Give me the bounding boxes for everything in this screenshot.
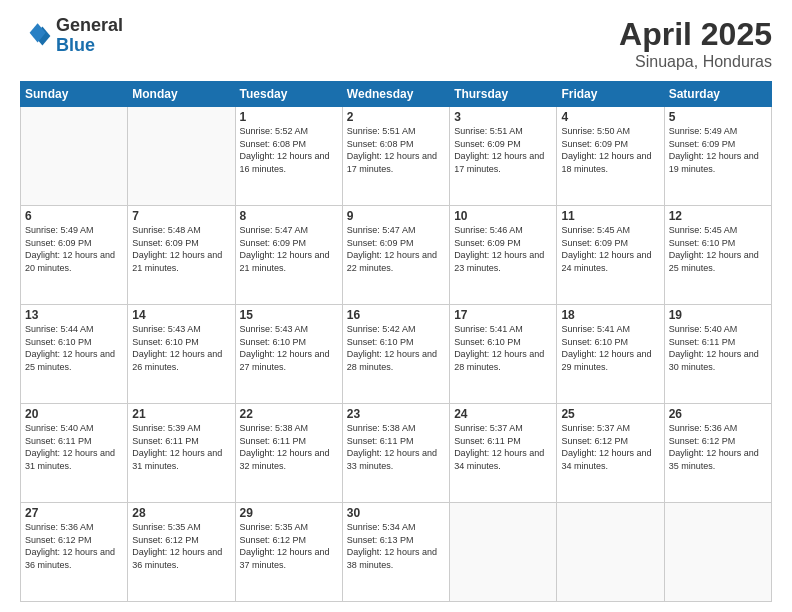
page: General Blue April 2025 Sinuapa, Hondura… <box>0 0 792 612</box>
table-row: 21Sunrise: 5:39 AM Sunset: 6:11 PM Dayli… <box>128 404 235 503</box>
table-row: 5Sunrise: 5:49 AM Sunset: 6:09 PM Daylig… <box>664 107 771 206</box>
header-monday: Monday <box>128 82 235 107</box>
day-number: 11 <box>561 209 659 223</box>
calendar-week-row: 13Sunrise: 5:44 AM Sunset: 6:10 PM Dayli… <box>21 305 772 404</box>
day-info: Sunrise: 5:45 AM Sunset: 6:09 PM Dayligh… <box>561 224 659 274</box>
table-row: 23Sunrise: 5:38 AM Sunset: 6:11 PM Dayli… <box>342 404 449 503</box>
day-info: Sunrise: 5:42 AM Sunset: 6:10 PM Dayligh… <box>347 323 445 373</box>
table-row: 1Sunrise: 5:52 AM Sunset: 6:08 PM Daylig… <box>235 107 342 206</box>
header-friday: Friday <box>557 82 664 107</box>
header-wednesday: Wednesday <box>342 82 449 107</box>
table-row: 18Sunrise: 5:41 AM Sunset: 6:10 PM Dayli… <box>557 305 664 404</box>
table-row: 7Sunrise: 5:48 AM Sunset: 6:09 PM Daylig… <box>128 206 235 305</box>
table-row: 8Sunrise: 5:47 AM Sunset: 6:09 PM Daylig… <box>235 206 342 305</box>
header: General Blue April 2025 Sinuapa, Hondura… <box>20 16 772 71</box>
table-row <box>450 503 557 602</box>
day-number: 23 <box>347 407 445 421</box>
day-number: 1 <box>240 110 338 124</box>
day-number: 19 <box>669 308 767 322</box>
day-number: 21 <box>132 407 230 421</box>
day-info: Sunrise: 5:37 AM Sunset: 6:12 PM Dayligh… <box>561 422 659 472</box>
table-row: 11Sunrise: 5:45 AM Sunset: 6:09 PM Dayli… <box>557 206 664 305</box>
day-info: Sunrise: 5:47 AM Sunset: 6:09 PM Dayligh… <box>347 224 445 274</box>
day-number: 5 <box>669 110 767 124</box>
day-info: Sunrise: 5:40 AM Sunset: 6:11 PM Dayligh… <box>669 323 767 373</box>
day-info: Sunrise: 5:44 AM Sunset: 6:10 PM Dayligh… <box>25 323 123 373</box>
day-number: 4 <box>561 110 659 124</box>
day-info: Sunrise: 5:36 AM Sunset: 6:12 PM Dayligh… <box>25 521 123 571</box>
calendar-header-row: Sunday Monday Tuesday Wednesday Thursday… <box>21 82 772 107</box>
table-row: 10Sunrise: 5:46 AM Sunset: 6:09 PM Dayli… <box>450 206 557 305</box>
day-info: Sunrise: 5:37 AM Sunset: 6:11 PM Dayligh… <box>454 422 552 472</box>
day-number: 8 <box>240 209 338 223</box>
calendar-week-row: 27Sunrise: 5:36 AM Sunset: 6:12 PM Dayli… <box>21 503 772 602</box>
table-row: 2Sunrise: 5:51 AM Sunset: 6:08 PM Daylig… <box>342 107 449 206</box>
table-row: 30Sunrise: 5:34 AM Sunset: 6:13 PM Dayli… <box>342 503 449 602</box>
day-number: 18 <box>561 308 659 322</box>
day-info: Sunrise: 5:41 AM Sunset: 6:10 PM Dayligh… <box>454 323 552 373</box>
day-info: Sunrise: 5:50 AM Sunset: 6:09 PM Dayligh… <box>561 125 659 175</box>
table-row: 20Sunrise: 5:40 AM Sunset: 6:11 PM Dayli… <box>21 404 128 503</box>
table-row: 13Sunrise: 5:44 AM Sunset: 6:10 PM Dayli… <box>21 305 128 404</box>
table-row: 12Sunrise: 5:45 AM Sunset: 6:10 PM Dayli… <box>664 206 771 305</box>
day-number: 15 <box>240 308 338 322</box>
day-number: 30 <box>347 506 445 520</box>
header-thursday: Thursday <box>450 82 557 107</box>
table-row: 19Sunrise: 5:40 AM Sunset: 6:11 PM Dayli… <box>664 305 771 404</box>
day-number: 27 <box>25 506 123 520</box>
header-sunday: Sunday <box>21 82 128 107</box>
table-row: 17Sunrise: 5:41 AM Sunset: 6:10 PM Dayli… <box>450 305 557 404</box>
day-number: 2 <box>347 110 445 124</box>
day-info: Sunrise: 5:45 AM Sunset: 6:10 PM Dayligh… <box>669 224 767 274</box>
day-number: 25 <box>561 407 659 421</box>
day-info: Sunrise: 5:51 AM Sunset: 6:08 PM Dayligh… <box>347 125 445 175</box>
calendar-week-row: 20Sunrise: 5:40 AM Sunset: 6:11 PM Dayli… <box>21 404 772 503</box>
table-row <box>664 503 771 602</box>
table-row: 29Sunrise: 5:35 AM Sunset: 6:12 PM Dayli… <box>235 503 342 602</box>
day-number: 16 <box>347 308 445 322</box>
header-saturday: Saturday <box>664 82 771 107</box>
calendar-week-row: 6Sunrise: 5:49 AM Sunset: 6:09 PM Daylig… <box>21 206 772 305</box>
day-info: Sunrise: 5:47 AM Sunset: 6:09 PM Dayligh… <box>240 224 338 274</box>
day-number: 20 <box>25 407 123 421</box>
day-info: Sunrise: 5:43 AM Sunset: 6:10 PM Dayligh… <box>132 323 230 373</box>
day-info: Sunrise: 5:38 AM Sunset: 6:11 PM Dayligh… <box>347 422 445 472</box>
title-block: April 2025 Sinuapa, Honduras <box>619 16 772 71</box>
table-row: 14Sunrise: 5:43 AM Sunset: 6:10 PM Dayli… <box>128 305 235 404</box>
logo-icon <box>20 20 52 52</box>
table-row: 15Sunrise: 5:43 AM Sunset: 6:10 PM Dayli… <box>235 305 342 404</box>
table-row: 28Sunrise: 5:35 AM Sunset: 6:12 PM Dayli… <box>128 503 235 602</box>
day-number: 7 <box>132 209 230 223</box>
table-row: 4Sunrise: 5:50 AM Sunset: 6:09 PM Daylig… <box>557 107 664 206</box>
table-row: 3Sunrise: 5:51 AM Sunset: 6:09 PM Daylig… <box>450 107 557 206</box>
table-row: 26Sunrise: 5:36 AM Sunset: 6:12 PM Dayli… <box>664 404 771 503</box>
day-number: 22 <box>240 407 338 421</box>
logo-general-text: General <box>56 16 123 36</box>
logo: General Blue <box>20 16 123 56</box>
day-info: Sunrise: 5:48 AM Sunset: 6:09 PM Dayligh… <box>132 224 230 274</box>
day-info: Sunrise: 5:35 AM Sunset: 6:12 PM Dayligh… <box>240 521 338 571</box>
day-info: Sunrise: 5:41 AM Sunset: 6:10 PM Dayligh… <box>561 323 659 373</box>
table-row: 16Sunrise: 5:42 AM Sunset: 6:10 PM Dayli… <box>342 305 449 404</box>
day-info: Sunrise: 5:51 AM Sunset: 6:09 PM Dayligh… <box>454 125 552 175</box>
day-info: Sunrise: 5:46 AM Sunset: 6:09 PM Dayligh… <box>454 224 552 274</box>
day-info: Sunrise: 5:49 AM Sunset: 6:09 PM Dayligh… <box>669 125 767 175</box>
table-row: 27Sunrise: 5:36 AM Sunset: 6:12 PM Dayli… <box>21 503 128 602</box>
day-number: 28 <box>132 506 230 520</box>
day-number: 29 <box>240 506 338 520</box>
day-number: 26 <box>669 407 767 421</box>
day-number: 13 <box>25 308 123 322</box>
header-tuesday: Tuesday <box>235 82 342 107</box>
title-location: Sinuapa, Honduras <box>619 53 772 71</box>
logo-text: General Blue <box>56 16 123 56</box>
day-info: Sunrise: 5:35 AM Sunset: 6:12 PM Dayligh… <box>132 521 230 571</box>
day-number: 10 <box>454 209 552 223</box>
day-number: 14 <box>132 308 230 322</box>
day-info: Sunrise: 5:39 AM Sunset: 6:11 PM Dayligh… <box>132 422 230 472</box>
table-row: 9Sunrise: 5:47 AM Sunset: 6:09 PM Daylig… <box>342 206 449 305</box>
day-number: 12 <box>669 209 767 223</box>
calendar-table: Sunday Monday Tuesday Wednesday Thursday… <box>20 81 772 602</box>
table-row <box>128 107 235 206</box>
logo-blue-text: Blue <box>56 36 123 56</box>
day-number: 9 <box>347 209 445 223</box>
